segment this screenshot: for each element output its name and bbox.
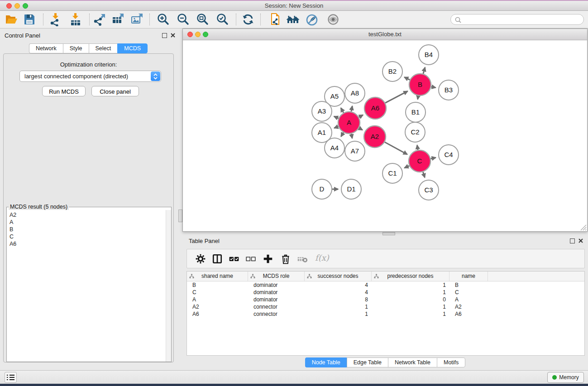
tab-style[interactable]: Style [63, 43, 89, 53]
network-edge-A-A8[interactable] [351, 106, 352, 111]
column-layout-button[interactable] [212, 253, 223, 264]
new-network-from-selection-button[interactable] [268, 13, 282, 26]
import-network-button[interactable] [49, 13, 62, 26]
network-node-D1[interactable]: D1 [341, 179, 361, 199]
network-edge-A2-C[interactable] [385, 142, 407, 154]
network-edge-C-C1[interactable] [404, 166, 409, 168]
zoom-out-button[interactable] [177, 13, 190, 26]
network-node-C[interactable]: C [409, 150, 430, 172]
home-button[interactable] [286, 13, 300, 26]
mcds-result-item[interactable]: A6 [10, 240, 166, 248]
vertical-splitter-handle[interactable] [178, 210, 182, 222]
table-row[interactable]: A2connector11A2 [187, 303, 584, 310]
network-node-A6[interactable]: A6 [364, 97, 386, 119]
column-header-MCDS-role[interactable]: MCDS role [248, 272, 305, 281]
table-row[interactable]: Bdominator41B [187, 281, 584, 289]
zoom-selected-button[interactable] [216, 13, 229, 26]
network-node-B1[interactable]: B1 [406, 102, 425, 122]
export-table-button[interactable] [111, 13, 125, 26]
network-edge-A-A7[interactable] [351, 134, 352, 138]
network-node-D[interactable]: D [312, 179, 332, 199]
network-edge-B-B1[interactable] [418, 96, 418, 100]
export-network-button[interactable] [93, 13, 106, 26]
network-edge-A6-B[interactable] [385, 91, 408, 103]
network-edge-A-A4[interactable] [341, 133, 343, 137]
network-edge-A-A2[interactable] [359, 128, 363, 130]
network-node-C1[interactable]: C1 [382, 163, 402, 183]
network-edge-A-A5[interactable] [341, 108, 344, 113]
select-all-button[interactable] [229, 253, 239, 264]
network-edge-A-A1[interactable] [334, 127, 338, 128]
tab-node-table[interactable]: Node Table [305, 357, 347, 367]
network-edge-C-C3[interactable] [423, 172, 425, 177]
dropdown-stepper[interactable] [151, 71, 160, 81]
tab-network-table[interactable]: Network Table [388, 357, 437, 367]
network-node-B3[interactable]: B3 [439, 80, 459, 100]
tab-network[interactable]: Network [29, 43, 63, 53]
table-float-panel-icon[interactable] [570, 238, 575, 243]
import-table-button[interactable] [69, 13, 82, 26]
network-node-B[interactable]: B [409, 74, 431, 95]
deselect-all-button[interactable] [245, 253, 256, 264]
horizontal-splitter-handle[interactable] [382, 232, 395, 235]
float-panel-icon[interactable] [162, 33, 167, 38]
hide-graphics-details-button[interactable] [306, 13, 319, 26]
mcds-result-list[interactable]: A2ABCA6 [7, 210, 166, 362]
zoom-in-button[interactable] [157, 13, 170, 26]
network-node-C4[interactable]: C4 [439, 145, 459, 165]
criterion-dropdown[interactable]: largest connected component (directed) [19, 71, 161, 82]
zoom-fit-button[interactable] [196, 13, 210, 26]
table-close-panel-icon[interactable] [578, 238, 583, 243]
network-node-A4[interactable]: A4 [325, 138, 344, 158]
mcds-result-item[interactable]: C [10, 233, 166, 240]
delete-column-button[interactable] [280, 253, 291, 264]
network-edge-B-B3[interactable] [431, 87, 436, 88]
network-edge-C-C4[interactable] [430, 157, 435, 159]
tab-edge-table[interactable]: Edge Table [347, 357, 388, 367]
show-graphics-button[interactable] [326, 13, 340, 26]
search-input[interactable] [464, 15, 581, 25]
mcds-result-item[interactable]: A2 [10, 211, 166, 219]
column-header-successor-nodes[interactable]: successor nodes [305, 272, 372, 281]
network-edge-A-A6[interactable] [359, 115, 363, 117]
network-node-C2[interactable]: C2 [405, 122, 425, 142]
table-settings-button[interactable] [195, 253, 206, 264]
network-edge-B-B4[interactable] [423, 67, 425, 74]
network-node-B2[interactable]: B2 [382, 62, 402, 81]
column-header-shared-name[interactable]: shared name [187, 272, 248, 281]
mcds-result-item[interactable]: B [10, 226, 166, 233]
tab-motifs[interactable]: Motifs [437, 357, 465, 367]
close-panel-button[interactable]: Close panel [91, 86, 139, 96]
run-mcds-button[interactable]: Run MCDS [42, 86, 86, 96]
network-edge-B-B2[interactable] [404, 77, 410, 80]
network-node-A3[interactable]: A3 [312, 101, 332, 121]
add-column-button[interactable] [263, 253, 273, 264]
tab-mcds[interactable]: MCDS [117, 43, 148, 53]
table-row[interactable]: Adominator80A [187, 296, 584, 303]
resize-grip-icon[interactable] [580, 224, 587, 231]
column-header-predecessor-nodes[interactable]: predecessor nodes [372, 272, 449, 281]
memory-button[interactable]: Memory [547, 372, 584, 383]
network-canvas[interactable]: B4B2BB3A8A5A6A3B1AC2A1A2A4A7C4CC1C3DD1 [183, 40, 587, 231]
mcds-result-item[interactable]: A [10, 219, 166, 226]
network-edge-A-A3[interactable] [334, 116, 339, 118]
network-node-A8[interactable]: A8 [345, 83, 365, 103]
save-session-button[interactable] [23, 13, 36, 26]
tab-select[interactable]: Select [89, 43, 118, 53]
node-table[interactable]: shared nameMCDS rolesuccessor nodesprede… [186, 271, 585, 356]
network-node-A7[interactable]: A7 [345, 141, 365, 161]
export-image-button[interactable] [130, 13, 144, 26]
close-panel-icon[interactable] [170, 33, 176, 38]
task-history-button[interactable] [5, 372, 17, 383]
table-row[interactable]: A6connector11A6 [187, 310, 584, 318]
network-node-C3[interactable]: C3 [419, 180, 439, 200]
column-header-name[interactable]: name [449, 272, 488, 281]
table-row[interactable]: Cdominator41C [187, 289, 584, 296]
mcds-result-scrollbar[interactable] [166, 210, 171, 362]
network-node-A2[interactable]: A2 [364, 126, 386, 148]
open-session-button[interactable] [5, 13, 18, 26]
network-edge-C-C2[interactable] [417, 145, 418, 150]
network-node-A[interactable]: A [338, 112, 360, 133]
refresh-button[interactable] [241, 13, 255, 26]
network-node-B4[interactable]: B4 [419, 45, 439, 65]
